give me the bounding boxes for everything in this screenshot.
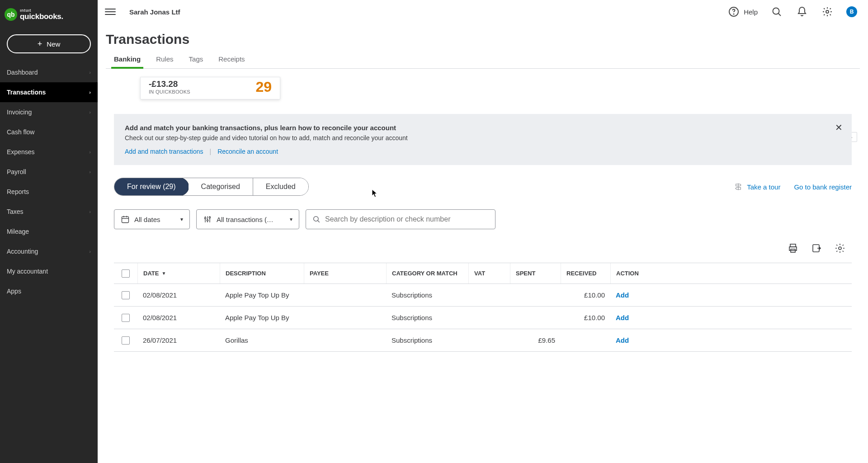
cell-category: Subscriptions — [386, 314, 468, 321]
sidebar-item-apps[interactable]: Apps — [0, 281, 98, 301]
row-checkbox[interactable] — [122, 291, 130, 299]
date-filter-label: All dates — [134, 216, 160, 223]
separator: | — [210, 148, 212, 155]
sidebar-item-label: Reports — [7, 188, 29, 195]
chevron-right-icon: › — [89, 109, 91, 115]
col-category[interactable]: CATEGORY OR MATCH — [386, 263, 468, 283]
select-all-checkbox[interactable] — [122, 269, 130, 278]
search-icon[interactable] — [770, 5, 783, 18]
segment-for-review[interactable]: For review (29) — [114, 178, 189, 196]
svg-point-2 — [773, 8, 779, 14]
info-links: Add and match transactions | Reconcile a… — [125, 148, 841, 155]
info-link-reconcile[interactable]: Reconcile an account — [217, 148, 278, 155]
new-button[interactable]: + New — [7, 34, 91, 53]
add-button[interactable]: Add — [616, 291, 629, 299]
sidebar-item-my-accountant[interactable]: My accountant — [0, 261, 98, 281]
cell-date: 02/08/2021 — [137, 291, 220, 299]
tab-receipts[interactable]: Receipts — [218, 55, 245, 68]
col-date[interactable]: DATE▼ — [137, 263, 220, 283]
svg-line-17 — [318, 221, 320, 222]
search-input[interactable] — [325, 215, 489, 223]
sidebar-item-payroll[interactable]: Payroll› — [0, 162, 98, 182]
sidebar-item-accounting[interactable]: Accounting› — [0, 241, 98, 261]
add-button[interactable]: Add — [616, 314, 629, 321]
chevron-right-icon: › — [89, 149, 91, 155]
search-box[interactable] — [306, 209, 495, 229]
gear-icon[interactable] — [821, 5, 834, 18]
sidebar-item-label: Mileage — [7, 228, 29, 235]
col-received[interactable]: RECEIVED — [561, 263, 610, 283]
row-checkbox[interactable] — [122, 336, 130, 345]
close-icon[interactable]: ✕ — [835, 122, 843, 133]
cell-description: Apple Pay Top Up By — [220, 314, 304, 321]
svg-point-11 — [204, 217, 206, 219]
svg-point-22 — [839, 247, 841, 250]
tab-rules[interactable]: Rules — [156, 55, 173, 68]
sidebar-item-expenses[interactable]: Expenses› — [0, 142, 98, 162]
info-title: Add and match your banking transactions,… — [125, 124, 841, 132]
tabs: BankingRulesTagsReceipts — [106, 55, 860, 69]
table-settings-icon[interactable] — [834, 242, 846, 255]
col-description[interactable]: DESCRIPTION — [220, 263, 304, 283]
bell-icon[interactable] — [796, 5, 808, 18]
table-row[interactable]: 02/08/2021Apple Pay Top Up BySubscriptio… — [114, 284, 852, 307]
chevron-down-icon: ▾ — [180, 216, 183, 222]
sliders-icon — [203, 215, 212, 224]
table-tools — [106, 242, 846, 255]
sidebar-item-reports[interactable]: Reports — [0, 182, 98, 202]
add-button[interactable]: Add — [616, 336, 629, 344]
transaction-filter-dropdown[interactable]: All transactions (… ▾ — [196, 209, 299, 229]
table-row[interactable]: 02/08/2021Apple Pay Top Up BySubscriptio… — [114, 307, 852, 329]
bank-register-link[interactable]: Go to bank register — [794, 183, 852, 191]
sidebar-item-transactions[interactable]: Transactions› — [0, 82, 98, 102]
export-icon[interactable] — [810, 242, 823, 255]
help-button[interactable]: Help — [727, 5, 758, 18]
sidebar-item-dashboard[interactable]: Dashboard› — [0, 62, 98, 82]
signpost-icon — [733, 183, 743, 191]
sidebar-item-mileage[interactable]: Mileage — [0, 222, 98, 241]
col-vat[interactable]: VAT — [468, 263, 510, 283]
segment-excluded[interactable]: Excluded — [253, 178, 308, 195]
print-icon[interactable] — [787, 242, 799, 255]
filter-row: All dates ▾ All transactions (… ▾ — [114, 209, 852, 229]
tab-banking[interactable]: Banking — [114, 55, 141, 68]
logo: qb ıntuıt quickbooks. — [0, 0, 98, 29]
sidebar-item-label: My accountant — [7, 268, 48, 275]
segment-right-links: Take a tour Go to bank register — [733, 183, 852, 191]
info-link-add-match[interactable]: Add and match transactions — [125, 148, 203, 155]
col-action[interactable]: ACTION — [610, 263, 660, 283]
hamburger-icon[interactable] — [105, 6, 116, 17]
cell-date: 26/07/2021 — [137, 336, 220, 344]
take-tour-label: Take a tour — [747, 183, 780, 191]
row-select-cell — [114, 291, 137, 299]
sidebar-item-label: Dashboard — [7, 69, 38, 76]
sort-desc-icon: ▼ — [161, 271, 166, 276]
segment-row: For review (29) Categorised Excluded Tak… — [114, 178, 852, 196]
svg-rect-18 — [790, 244, 796, 247]
chevron-right-icon: › — [89, 70, 91, 75]
svg-point-16 — [314, 217, 319, 222]
chevron-right-icon: › — [89, 169, 91, 175]
sidebar-item-cash-flow[interactable]: Cash flow — [0, 122, 98, 142]
cell-category: Subscriptions — [386, 336, 468, 344]
table-body: 02/08/2021Apple Pay Top Up BySubscriptio… — [114, 284, 852, 352]
sidebar: qb ıntuıt quickbooks. + New Dashboard›Tr… — [0, 0, 98, 463]
table-row[interactable]: 26/07/2021GorillasSubscriptions£9.65Add — [114, 329, 852, 352]
row-checkbox[interactable] — [122, 314, 130, 322]
sidebar-item-invoicing[interactable]: Invoicing› — [0, 102, 98, 122]
avatar[interactable]: B — [846, 6, 857, 17]
cell-received: £10.00 — [561, 314, 610, 321]
sidebar-item-taxes[interactable]: Taxes› — [0, 202, 98, 222]
new-button-label: New — [47, 40, 60, 48]
transaction-filter-label: All transactions (… — [217, 216, 274, 223]
tab-tags[interactable]: Tags — [189, 55, 203, 68]
cell-received: £10.00 — [561, 291, 610, 299]
col-spent[interactable]: SPENT — [510, 263, 561, 283]
col-payee[interactable]: PAYEE — [304, 263, 386, 283]
take-tour-link[interactable]: Take a tour — [733, 183, 780, 191]
sidebar-item-label: Payroll — [7, 168, 26, 175]
row-select-cell — [114, 336, 137, 345]
calendar-icon — [121, 215, 130, 224]
segment-categorised[interactable]: Categorised — [189, 178, 253, 195]
date-filter-dropdown[interactable]: All dates ▾ — [114, 209, 190, 229]
